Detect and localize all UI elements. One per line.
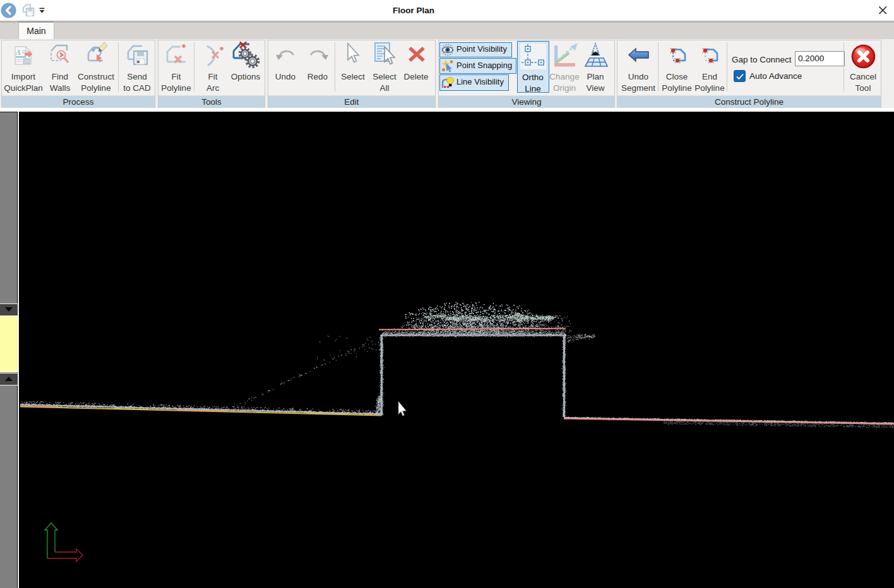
svg-text:A: A: [15, 48, 21, 57]
